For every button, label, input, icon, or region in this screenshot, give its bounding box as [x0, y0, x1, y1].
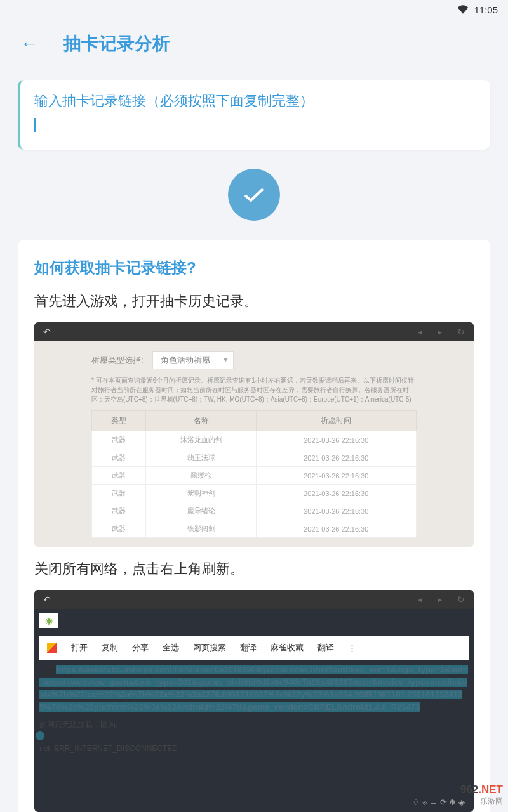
- menu-more-icon: ⋮: [348, 643, 356, 653]
- shot-back-icon: ↶: [43, 594, 51, 605]
- android-icon: ◉: [39, 613, 58, 628]
- submit-button[interactable]: [228, 169, 280, 221]
- screenshot-gacha-history: ↶ ◂▸↻ 祈愿类型选择: 角色活动祈愿 * 可在本页面查询最近6个月的祈愿记录…: [34, 322, 474, 547]
- menu-selectall: 全选: [163, 642, 179, 653]
- refresh-icon: ↻: [457, 594, 465, 605]
- status-time: 11:05: [474, 4, 498, 15]
- status-bar: 11:05: [0, 0, 508, 19]
- url-input[interactable]: [34, 118, 476, 132]
- error-line-1: 的网页无法加载，因为:: [34, 718, 474, 731]
- help-section: 如何获取抽卡记录链接? 首先进入游戏，打开抽卡历史记录。 ↶ ◂▸↻ 祈愿类型选…: [18, 240, 490, 812]
- table-row: 武器黑缨枪2021-03-26 22:16:30: [92, 467, 417, 485]
- url-input-card: 输入抽卡记录链接（必须按照下面复制完整）: [18, 80, 490, 150]
- back-button[interactable]: ←: [20, 34, 38, 54]
- context-menu: 打开 复制 分享 全选 网页搜索 翻译 麻雀收藏 翻译 ⋮: [39, 636, 469, 660]
- help-title: 如何获取抽卡记录链接?: [34, 258, 474, 278]
- menu-websearch: 网页搜索: [193, 642, 226, 653]
- page-title: 抽卡记录分析: [64, 32, 170, 56]
- watermark: 962.NET 乐游网: [460, 783, 503, 807]
- help-step-1: 首先进入游戏，打开抽卡历史记录。: [34, 292, 474, 311]
- wish-type-label: 祈愿类型选择:: [91, 355, 144, 366]
- footer-icons: ♢ ⟐ ⫬ ⟳ ❄ ◈: [34, 792, 474, 812]
- input-label: 输入抽卡记录链接（必须按照下面复制完整）: [34, 91, 476, 110]
- table-row: 武器沐浴龙血的剑2021-03-26 22:16:30: [92, 431, 417, 449]
- menu-share: 分享: [132, 642, 149, 653]
- menu-translate: 翻译: [240, 642, 257, 653]
- app-header: ← 抽卡记录分析: [0, 19, 508, 69]
- table-row: 武器翡玉法球2021-03-26 22:16:30: [92, 449, 417, 467]
- check-icon: [241, 185, 267, 204]
- error-line-2: net::ERR_INTERNET_DISCONNECTED: [34, 743, 474, 754]
- help-step-2: 关闭所有网络，点击右上角刷新。: [34, 560, 474, 579]
- table-row: 武器铁影阔剑2021-03-26 22:16:30: [92, 520, 417, 538]
- selected-url: 位于https://webstatic.mihoyo.com/hk4e/even…: [34, 664, 474, 718]
- screenshot-error-page: ↶ ◂▸↻ ◉ 打开 复制 分享 全选 网页搜索 翻译 麻雀收藏 翻译 ⋮ 位于…: [34, 590, 474, 812]
- app-icon: [47, 643, 57, 653]
- menu-open: 打开: [71, 642, 88, 653]
- table-row: 武器魔导绪论2021-03-26 22:16:30: [92, 502, 417, 520]
- wish-type-select: 角色活动祈愿: [152, 351, 234, 369]
- menu-translate2: 翻译: [318, 642, 334, 653]
- menu-copy: 复制: [102, 642, 118, 653]
- wifi-icon: [457, 5, 469, 14]
- shot-back-icon: ↶: [43, 327, 51, 337]
- table-row: 武器黎明神剑2021-03-26 22:16:30: [92, 485, 417, 502]
- menu-fav: 麻雀收藏: [271, 642, 304, 653]
- disclaimer-text: * 可在本页面查询最近6个月的祈愿记录。祈愿记录查询有1小时左右延迟，若无数据请…: [91, 376, 417, 404]
- refresh-icon: ↻: [457, 327, 465, 337]
- gacha-table: 类型名称祈愿时间 武器沐浴龙血的剑2021-03-26 22:16:30 武器翡…: [91, 410, 417, 538]
